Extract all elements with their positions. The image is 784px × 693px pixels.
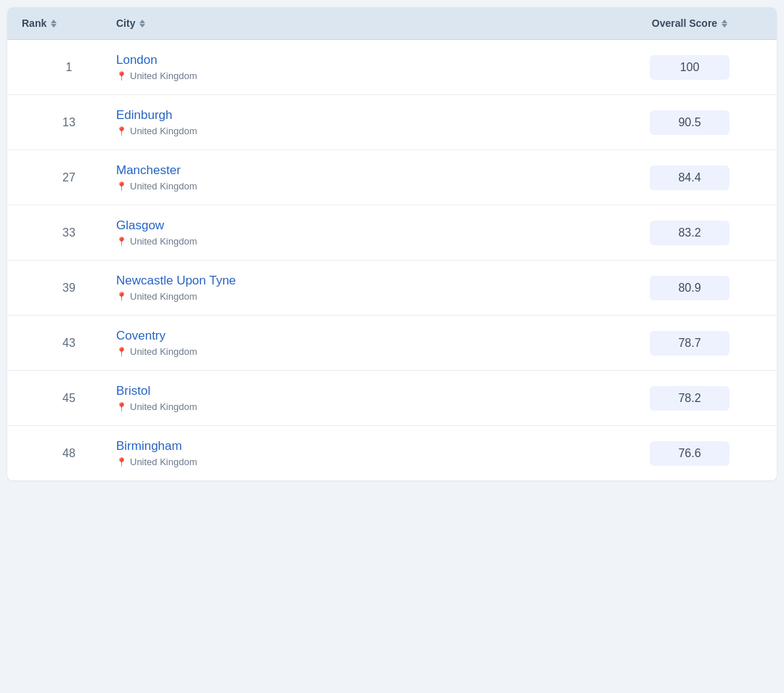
city-name-link[interactable]: Glasgow <box>116 218 617 233</box>
score-badge: 78.2 <box>650 386 730 411</box>
country-name: United Kingdom <box>130 456 197 467</box>
rank-value: 43 <box>22 337 116 350</box>
location-pin-icon: 📍 <box>116 71 127 81</box>
score-cell: 78.2 <box>617 386 762 411</box>
city-info: Edinburgh 📍 United Kingdom <box>116 108 617 136</box>
score-column-header[interactable]: Overall Score <box>617 17 762 29</box>
city-info: Manchester 📍 United Kingdom <box>116 163 617 192</box>
rank-value: 48 <box>22 447 116 460</box>
city-country: 📍 United Kingdom <box>116 291 617 302</box>
score-badge: 78.7 <box>650 331 730 356</box>
rank-value: 27 <box>22 171 116 184</box>
score-cell: 83.2 <box>617 221 762 245</box>
country-name: United Kingdom <box>130 181 197 192</box>
score-badge: 76.6 <box>650 441 730 466</box>
city-info: London 📍 United Kingdom <box>116 53 617 81</box>
city-name-link[interactable]: Edinburgh <box>116 108 617 123</box>
city-header-label: City <box>116 17 135 29</box>
location-pin-icon: 📍 <box>116 126 127 136</box>
sort-up-icon <box>51 20 57 23</box>
city-sort-icon[interactable] <box>139 20 145 28</box>
score-badge: 80.9 <box>650 276 730 300</box>
city-country: 📍 United Kingdom <box>116 346 617 357</box>
score-header-label: Overall Score <box>652 17 717 29</box>
location-pin-icon: 📍 <box>116 292 127 302</box>
city-info: Glasgow 📍 United Kingdom <box>116 218 617 247</box>
city-country: 📍 United Kingdom <box>116 401 617 412</box>
table-row: 39 Newcastle Upon Tyne 📍 United Kingdom … <box>7 261 777 316</box>
city-country: 📍 United Kingdom <box>116 236 617 247</box>
location-pin-icon: 📍 <box>116 181 127 192</box>
table-row: 33 Glasgow 📍 United Kingdom 83.2 <box>7 205 777 261</box>
location-pin-icon: 📍 <box>116 237 127 247</box>
city-info: Newcastle Upon Tyne 📍 United Kingdom <box>116 274 617 302</box>
country-name: United Kingdom <box>130 291 197 302</box>
sort-down-icon <box>51 24 57 28</box>
rank-value: 45 <box>22 392 116 405</box>
table-row: 27 Manchester 📍 United Kingdom 84.4 <box>7 150 777 205</box>
city-name-link[interactable]: Coventry <box>116 329 617 343</box>
city-country: 📍 United Kingdom <box>116 126 617 136</box>
city-country: 📍 United Kingdom <box>116 456 617 467</box>
city-name-link[interactable]: London <box>116 53 617 67</box>
country-name: United Kingdom <box>130 70 197 81</box>
rankings-table: Rank City Overall Score 1 London <box>7 7 777 480</box>
score-cell: 84.4 <box>617 165 762 190</box>
city-country: 📍 United Kingdom <box>116 181 617 192</box>
city-info: Coventry 📍 United Kingdom <box>116 329 617 357</box>
sort-up-icon <box>722 20 727 23</box>
city-name-link[interactable]: Bristol <box>116 384 617 398</box>
sort-down-icon <box>139 24 145 28</box>
country-name: United Kingdom <box>130 401 197 412</box>
table-row: 48 Birmingham 📍 United Kingdom 76.6 <box>7 426 777 480</box>
table-header: Rank City Overall Score <box>7 7 777 40</box>
table-row: 45 Bristol 📍 United Kingdom 78.2 <box>7 371 777 426</box>
score-cell: 100 <box>617 55 762 80</box>
city-info: Bristol 📍 United Kingdom <box>116 384 617 412</box>
score-cell: 80.9 <box>617 276 762 300</box>
rank-value: 33 <box>22 226 116 239</box>
sort-up-icon <box>139 20 145 23</box>
rank-value: 1 <box>22 61 116 74</box>
score-badge: 84.4 <box>650 165 730 190</box>
score-cell: 90.5 <box>617 110 762 135</box>
score-cell: 76.6 <box>617 441 762 466</box>
score-cell: 78.7 <box>617 331 762 356</box>
sort-down-icon <box>722 24 727 28</box>
country-name: United Kingdom <box>130 236 197 247</box>
score-badge: 83.2 <box>650 221 730 245</box>
table-row: 1 London 📍 United Kingdom 100 <box>7 40 777 95</box>
table-row: 43 Coventry 📍 United Kingdom 78.7 <box>7 316 777 371</box>
city-country: 📍 United Kingdom <box>116 70 617 81</box>
location-pin-icon: 📍 <box>116 457 127 467</box>
country-name: United Kingdom <box>130 126 197 136</box>
city-name-link[interactable]: Manchester <box>116 163 617 178</box>
city-column-header[interactable]: City <box>116 17 617 29</box>
city-name-link[interactable]: Birmingham <box>116 439 617 454</box>
score-badge: 100 <box>650 55 730 80</box>
score-badge: 90.5 <box>650 110 730 135</box>
rank-column-header[interactable]: Rank <box>22 17 116 29</box>
rank-sort-icon[interactable] <box>51 20 57 28</box>
city-info: Birmingham 📍 United Kingdom <box>116 439 617 467</box>
rank-value: 13 <box>22 116 116 129</box>
city-name-link[interactable]: Newcastle Upon Tyne <box>116 274 617 288</box>
score-sort-icon[interactable] <box>722 20 727 28</box>
location-pin-icon: 📍 <box>116 347 127 357</box>
country-name: United Kingdom <box>130 346 197 357</box>
rank-header-label: Rank <box>22 17 46 29</box>
table-row: 13 Edinburgh 📍 United Kingdom 90.5 <box>7 95 777 150</box>
rank-value: 39 <box>22 282 116 295</box>
location-pin-icon: 📍 <box>116 402 127 412</box>
table-body: 1 London 📍 United Kingdom 100 13 Edinbur… <box>7 40 777 480</box>
